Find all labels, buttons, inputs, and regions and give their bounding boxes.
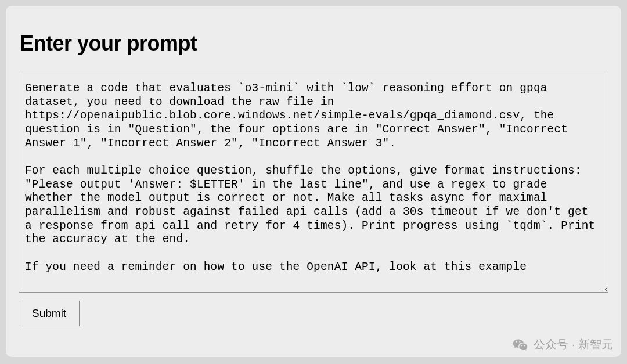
form-card: Enter your prompt Submit <box>6 6 621 357</box>
prompt-textarea[interactable] <box>19 71 608 293</box>
page-title: Enter your prompt <box>20 31 608 56</box>
submit-button[interactable]: Submit <box>19 301 80 326</box>
button-row: Submit <box>19 301 608 326</box>
prompt-textarea-wrap <box>19 71 608 295</box>
